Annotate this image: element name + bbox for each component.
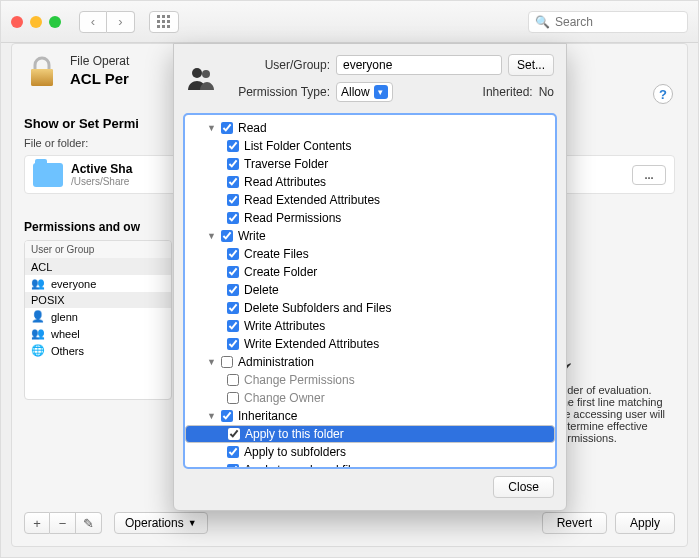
checkbox[interactable] [227, 176, 239, 188]
tree-child-row[interactable]: Traverse Folder [185, 155, 555, 173]
tree-child-row[interactable]: Read Attributes [185, 173, 555, 191]
svg-point-11 [192, 68, 202, 78]
checkbox[interactable] [221, 410, 233, 422]
permissions-list[interactable]: User or Group ACL 👥everyone POSIX 👤glenn… [24, 240, 172, 400]
tree-child-row[interactable]: Delete [185, 281, 555, 299]
search-input-wrap[interactable]: 🔍 [528, 11, 688, 33]
permission-type-select[interactable]: Allow ▾ [336, 82, 393, 102]
checkbox[interactable] [227, 248, 239, 260]
list-item[interactable]: 👥wheel [25, 325, 171, 342]
grid-icon [157, 15, 171, 29]
bottom-toolbar: + − ✎ Operations▼ Revert Apply [24, 512, 675, 534]
add-button[interactable]: + [24, 512, 50, 534]
tree-label: Apply to this folder [245, 427, 344, 441]
group-silhouette-icon [186, 66, 216, 90]
tree-label: Read Attributes [244, 175, 326, 189]
disclosure-triangle-icon[interactable]: ▼ [207, 411, 216, 421]
forward-button[interactable]: › [107, 11, 135, 33]
tree-parent-row[interactable]: ▼Read [185, 119, 555, 137]
back-button[interactable]: ‹ [79, 11, 107, 33]
tree-parent-row[interactable]: ▼Administration [185, 353, 555, 371]
svg-rect-7 [162, 25, 165, 28]
checkbox[interactable] [227, 158, 239, 170]
info-text-block: ↓ Order of evaluation. The first line ma… [555, 334, 673, 444]
close-button[interactable]: Close [493, 476, 554, 498]
checkbox[interactable] [227, 284, 239, 296]
tree-child-row[interactable]: Delete Subfolders and Files [185, 299, 555, 317]
group-acl: ACL [25, 259, 171, 275]
tree-label: List Folder Contents [244, 139, 351, 153]
checkbox[interactable] [221, 122, 233, 134]
remove-button[interactable]: − [50, 512, 76, 534]
chevron-down-icon: ▼ [188, 518, 197, 528]
tree-label: Delete [244, 283, 279, 297]
header-subtitle: File Operat [70, 54, 129, 68]
list-item[interactable]: 👤glenn [25, 308, 171, 325]
permissions-tree[interactable]: ▼ReadList Folder ContentsTraverse Folder… [184, 114, 556, 468]
file-path: /Users/Share [71, 176, 132, 187]
tree-child-row[interactable]: Create Files [185, 245, 555, 263]
col-header: User or Group [25, 241, 171, 259]
tree-child-row[interactable]: Write Attributes [185, 317, 555, 335]
tree-label: Change Owner [244, 391, 325, 405]
tree-child-row[interactable]: Apply to subfolders [185, 443, 555, 461]
users-icon: 👥 [31, 277, 45, 290]
checkbox[interactable] [221, 230, 233, 242]
tree-child-row[interactable]: List Folder Contents [185, 137, 555, 155]
checkbox[interactable] [227, 446, 239, 458]
minimize-window-icon[interactable] [30, 16, 42, 28]
grid-button[interactable] [149, 11, 179, 33]
tree-parent-row[interactable]: ▼Inheritance [185, 407, 555, 425]
checkbox[interactable] [227, 140, 239, 152]
tree-child-row[interactable]: Write Extended Attributes [185, 335, 555, 353]
tree-child-row[interactable]: Apply to enclosed files [185, 461, 555, 468]
checkbox[interactable] [227, 212, 239, 224]
permission-type-label: Permission Type: [222, 85, 330, 99]
checkbox[interactable] [227, 194, 239, 206]
tree-label: Read [238, 121, 267, 135]
tree-label: Write Extended Attributes [244, 337, 379, 351]
tree-child-row[interactable]: Change Permissions [185, 371, 555, 389]
set-button[interactable]: Set... [508, 54, 554, 76]
operations-dropdown[interactable]: Operations▼ [114, 512, 208, 534]
disclosure-triangle-icon[interactable]: ▼ [207, 123, 216, 133]
checkbox[interactable] [227, 374, 239, 386]
svg-rect-8 [167, 25, 170, 28]
checkbox[interactable] [228, 428, 240, 440]
checkbox[interactable] [221, 356, 233, 368]
app-window: ‹ › 🔍 File Operat ACL Per ? Show or Set … [0, 0, 699, 558]
file-text: Active Sha /Users/Share [71, 162, 132, 187]
disclosure-triangle-icon[interactable]: ▼ [207, 231, 216, 241]
close-window-icon[interactable] [11, 16, 23, 28]
search-input[interactable] [555, 15, 699, 29]
checkbox[interactable] [227, 302, 239, 314]
svg-rect-2 [167, 15, 170, 18]
tree-child-row[interactable]: Change Owner [185, 389, 555, 407]
info-text: Order of evaluation. The first line matc… [555, 384, 673, 444]
checkbox[interactable] [227, 464, 239, 468]
zoom-window-icon[interactable] [49, 16, 61, 28]
list-item[interactable]: 👥everyone [25, 275, 171, 292]
svg-rect-6 [157, 25, 160, 28]
checkbox[interactable] [227, 338, 239, 350]
lock-icon [24, 54, 60, 90]
edit-button[interactable]: ✎ [76, 512, 102, 534]
checkbox[interactable] [227, 392, 239, 404]
user-group-label: User/Group: [222, 58, 330, 72]
tree-child-row[interactable]: Read Permissions [185, 209, 555, 227]
choose-file-button[interactable]: ... [632, 165, 666, 185]
tree-parent-row[interactable]: ▼Write [185, 227, 555, 245]
tree-child-row[interactable]: Apply to this folder [185, 425, 555, 443]
user-group-input[interactable] [336, 55, 502, 75]
tree-child-row[interactable]: Create Folder [185, 263, 555, 281]
list-item[interactable]: 🌐Others [25, 342, 171, 359]
checkbox[interactable] [227, 266, 239, 278]
help-button[interactable]: ? [653, 84, 673, 104]
revert-button[interactable]: Revert [542, 512, 607, 534]
apply-button[interactable]: Apply [615, 512, 675, 534]
group-posix: POSIX [25, 292, 171, 308]
disclosure-triangle-icon[interactable]: ▼ [207, 357, 216, 367]
checkbox[interactable] [227, 320, 239, 332]
user-icon: 👤 [31, 310, 45, 323]
tree-child-row[interactable]: Read Extended Attributes [185, 191, 555, 209]
